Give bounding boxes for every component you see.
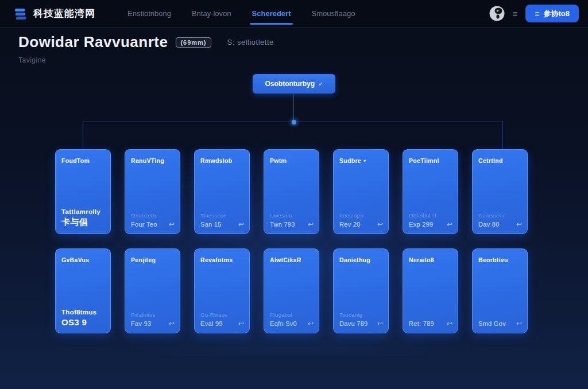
return-arrow-icon[interactable]: ↩ bbox=[516, 221, 522, 228]
return-arrow-icon[interactable]: ↩ bbox=[308, 320, 314, 327]
card-subtitle: Tinesscon bbox=[200, 212, 244, 219]
card[interactable]: Beorbtivu Smd Gov ↩ bbox=[472, 248, 528, 333]
card[interactable]: PoeTiimnl Obteibnl U Exp 299 ↩ bbox=[403, 149, 458, 234]
card-subtitle: Iteetzapo bbox=[339, 212, 383, 219]
main-nav: Enstiotnbong Bntay-lovon Scheredert Smou… bbox=[127, 0, 355, 28]
card-subtitle: Uwesnm bbox=[270, 212, 314, 219]
title-badge: (69mm) bbox=[176, 37, 211, 48]
nav-item-3-active[interactable]: Scheredert bbox=[252, 0, 291, 28]
title-note: S: selliotlette bbox=[227, 38, 274, 46]
user-avatar[interactable] bbox=[489, 6, 505, 21]
card[interactable]: Penjiteg Fivalhlius Fav 93 ↩ bbox=[125, 248, 180, 333]
card-value: Twn 793 bbox=[270, 221, 295, 228]
card-subtitle: Ftugabsl bbox=[270, 312, 314, 318]
connector-vertical-left bbox=[83, 122, 83, 149]
card-subtitle: Gu-Rwaoc bbox=[200, 312, 244, 318]
list-icon[interactable]: ≡ bbox=[513, 9, 518, 18]
card[interactable]: RanuVTing Ononzettu Four Teo ↩ bbox=[125, 149, 180, 234]
return-arrow-icon[interactable]: ↩ bbox=[377, 320, 383, 327]
card-grid: FoudTom Tattlamrolly 卡与倡 RanuVTing Ononz… bbox=[55, 149, 528, 333]
card-title: Sudbre bbox=[339, 157, 361, 164]
page-title: Dowidar Ravvuanrte bbox=[18, 33, 168, 51]
card-title: Rmwdslob bbox=[200, 157, 232, 164]
card-title: Pwtm bbox=[270, 157, 287, 164]
card-value: Smd Gov bbox=[478, 320, 506, 327]
card-title: PoeTiimnl bbox=[409, 157, 439, 164]
root-node-button[interactable]: Osobtonturbyg ✓ bbox=[253, 74, 335, 94]
card-subtitle bbox=[478, 312, 522, 318]
breadcrumb: Tavigine bbox=[18, 56, 274, 64]
card-title: RanuVTing bbox=[131, 157, 164, 164]
logo[interactable]: 科技蓝能湾网 bbox=[14, 6, 95, 21]
card-value: Davu 789 bbox=[339, 320, 368, 327]
card[interactable]: FoudTom Tattlamrolly 卡与倡 bbox=[55, 149, 111, 234]
card-value: Eqfn Sv0 bbox=[270, 320, 297, 327]
return-arrow-icon[interactable]: ↩ bbox=[377, 221, 383, 228]
logo-text: 科技蓝能湾网 bbox=[33, 7, 95, 20]
card-value: Four Teo bbox=[131, 221, 157, 228]
card-value: Ret: 789 bbox=[409, 320, 434, 327]
primary-action-label: 参协to8 bbox=[544, 9, 570, 19]
card-title: GvBaVus bbox=[61, 256, 89, 263]
nav-item-2[interactable]: Bntay-lovon bbox=[192, 0, 231, 28]
card-title: FoudTom bbox=[61, 157, 90, 164]
connector-dot bbox=[292, 120, 296, 125]
app-window: 科技蓝能湾网 Enstiotnbong Bntay-lovon Scherede… bbox=[0, 0, 588, 389]
return-arrow-icon[interactable]: ↩ bbox=[238, 320, 244, 327]
return-arrow-icon[interactable]: ↩ bbox=[516, 320, 522, 327]
root-node-label: Osobtonturbyg bbox=[265, 80, 315, 88]
card-value: Exp 299 bbox=[409, 221, 433, 228]
card-value: San 15 bbox=[200, 221, 222, 228]
return-arrow-icon[interactable]: ↩ bbox=[169, 320, 175, 327]
check-icon: ✓ bbox=[318, 81, 323, 87]
card-subtitle: Comssel d bbox=[478, 212, 522, 219]
card-subtitle: Tattlamrolly bbox=[61, 208, 105, 215]
card-value: Rev 20 bbox=[339, 221, 361, 228]
return-arrow-icon[interactable]: ↩ bbox=[447, 320, 452, 327]
return-arrow-icon[interactable]: ↩ bbox=[238, 221, 244, 228]
card-title: Penjiteg bbox=[131, 256, 156, 263]
card-value: OS3 9 bbox=[61, 317, 87, 327]
connector-vertical-root bbox=[293, 94, 294, 122]
nav-item-4[interactable]: Smousflaago bbox=[311, 0, 355, 28]
card-subtitle: Tsuoahlg bbox=[339, 312, 383, 318]
primary-action-button[interactable]: ≡ 参协to8 bbox=[525, 5, 579, 22]
chevron-down-icon: ▾ bbox=[363, 158, 366, 164]
card-subtitle: Fivalhlius bbox=[131, 312, 175, 318]
card-title: Beorbtivu bbox=[478, 256, 508, 263]
card-title: Daniethug bbox=[339, 256, 370, 263]
card-value: Eval 99 bbox=[200, 320, 223, 327]
topbar-right: ≡ ≡ 参协to8 bbox=[489, 5, 579, 22]
card-value: 卡与倡 bbox=[61, 217, 88, 228]
topbar: 科技蓝能湾网 Enstiotnbong Bntay-lovon Scherede… bbox=[0, 0, 588, 28]
card[interactable]: Rmwdslob Tinesscon San 15 ↩ bbox=[194, 149, 250, 234]
card-title: Cetrtlnd bbox=[478, 157, 503, 164]
card-subtitle: Thof8tmus bbox=[61, 309, 105, 316]
card-subtitle: Ononzettu bbox=[131, 212, 175, 219]
card[interactable]: Nerailo8 Ret: 789 ↩ bbox=[403, 248, 458, 333]
card-title: Revafotms bbox=[200, 256, 233, 263]
card[interactable]: GvBaVus Thof8tmus OS3 9 bbox=[55, 248, 111, 333]
card[interactable]: Cetrtlnd Comssel d Dav 80 ↩ bbox=[472, 149, 528, 234]
card-subtitle bbox=[409, 312, 452, 318]
logo-icon bbox=[14, 6, 29, 21]
return-arrow-icon[interactable]: ↩ bbox=[447, 221, 452, 228]
page-header: Dowidar Ravvuanrte (69mm) S: selliotlett… bbox=[18, 33, 274, 64]
card-value: Fav 93 bbox=[131, 320, 151, 327]
card[interactable]: Daniethug Tsuoahlg Davu 789 ↩ bbox=[333, 248, 389, 333]
card-value: Dav 80 bbox=[478, 221, 500, 228]
return-arrow-icon[interactable]: ↩ bbox=[308, 221, 314, 228]
card-title: Nerailo8 bbox=[409, 256, 434, 263]
card[interactable]: Revafotms Gu-Rwaoc Eval 99 ↩ bbox=[194, 248, 250, 333]
menu-icon: ≡ bbox=[535, 9, 539, 18]
return-arrow-icon[interactable]: ↩ bbox=[169, 221, 175, 228]
card-subtitle: Obteibnl U bbox=[409, 212, 452, 219]
card[interactable]: Pwtm Uwesnm Twn 793 ↩ bbox=[264, 149, 319, 234]
card-title: AlwtCiksR bbox=[270, 256, 301, 263]
connector-vertical-right bbox=[502, 122, 502, 149]
card[interactable]: AlwtCiksR Ftugabsl Eqfn Sv0 ↩ bbox=[264, 248, 319, 333]
nav-item-1[interactable]: Enstiotnbong bbox=[127, 0, 171, 28]
card[interactable]: Sudbre ▾ Iteetzapo Rev 20 ↩ bbox=[333, 149, 389, 234]
